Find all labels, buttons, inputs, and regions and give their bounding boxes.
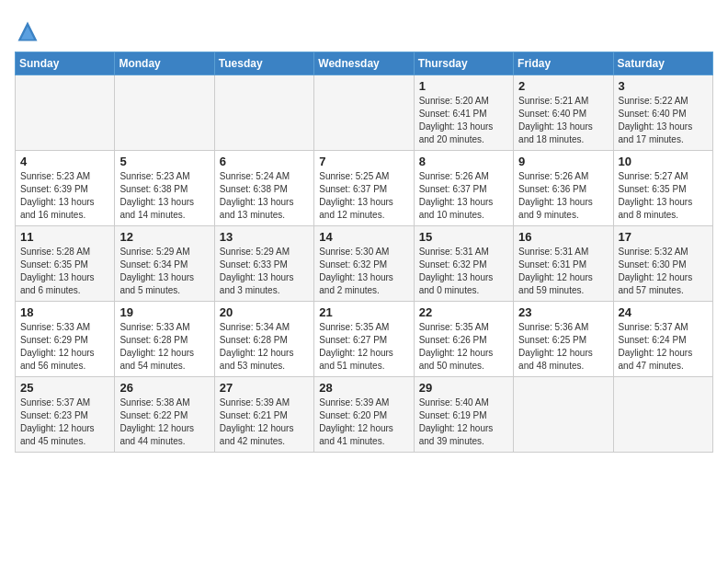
day-info: Sunrise: 5:24 AM Sunset: 6:38 PM Dayligh… <box>220 170 309 222</box>
day-info: Sunrise: 5:40 AM Sunset: 6:19 PM Dayligh… <box>419 396 508 448</box>
day-number: 2 <box>518 79 608 93</box>
calendar-cell: 23Sunrise: 5:36 AM Sunset: 6:25 PM Dayli… <box>514 302 613 377</box>
weekday-header-thursday: Thursday <box>414 52 513 75</box>
day-info: Sunrise: 5:22 AM Sunset: 6:40 PM Dayligh… <box>619 95 708 146</box>
day-info: Sunrise: 5:31 AM Sunset: 6:32 PM Dayligh… <box>419 246 508 297</box>
day-number: 16 <box>518 230 608 244</box>
day-number: 9 <box>518 155 608 168</box>
day-number: 20 <box>220 305 309 319</box>
calendar-cell: 27Sunrise: 5:39 AM Sunset: 6:21 PM Dayli… <box>214 377 313 453</box>
day-number: 27 <box>220 381 309 395</box>
calendar-cell <box>16 75 115 151</box>
day-number: 6 <box>220 155 309 168</box>
day-number: 21 <box>319 305 408 319</box>
calendar-week-row: 11Sunrise: 5:28 AM Sunset: 6:35 PM Dayli… <box>16 226 713 302</box>
day-info: Sunrise: 5:39 AM Sunset: 6:20 PM Dayligh… <box>319 396 408 448</box>
day-info: Sunrise: 5:33 AM Sunset: 6:29 PM Dayligh… <box>20 321 109 373</box>
calendar-cell: 19Sunrise: 5:33 AM Sunset: 6:28 PM Dayli… <box>115 302 214 377</box>
calendar-cell: 24Sunrise: 5:37 AM Sunset: 6:24 PM Dayli… <box>613 302 712 377</box>
day-number: 12 <box>119 230 209 244</box>
day-number: 26 <box>119 381 209 395</box>
weekday-header-saturday: Saturday <box>613 52 712 75</box>
calendar-cell: 16Sunrise: 5:31 AM Sunset: 6:31 PM Dayli… <box>514 226 613 302</box>
calendar-table: SundayMondayTuesdayWednesdayThursdayFrid… <box>15 52 713 453</box>
day-info: Sunrise: 5:27 AM Sunset: 6:35 PM Dayligh… <box>619 170 708 222</box>
day-number: 18 <box>20 305 109 319</box>
day-info: Sunrise: 5:32 AM Sunset: 6:30 PM Dayligh… <box>619 246 708 297</box>
day-info: Sunrise: 5:34 AM Sunset: 6:28 PM Dayligh… <box>220 321 309 373</box>
calendar-cell <box>115 75 214 151</box>
calendar-cell: 22Sunrise: 5:35 AM Sunset: 6:26 PM Dayli… <box>414 302 513 377</box>
weekday-header-tuesday: Tuesday <box>214 52 313 75</box>
calendar-cell: 21Sunrise: 5:35 AM Sunset: 6:27 PM Dayli… <box>314 302 414 377</box>
day-info: Sunrise: 5:21 AM Sunset: 6:40 PM Dayligh… <box>518 95 608 146</box>
day-number: 10 <box>619 155 708 168</box>
day-number: 19 <box>119 305 209 319</box>
calendar-cell: 12Sunrise: 5:29 AM Sunset: 6:34 PM Dayli… <box>115 226 214 302</box>
calendar-cell: 5Sunrise: 5:23 AM Sunset: 6:38 PM Daylig… <box>115 151 214 226</box>
day-info: Sunrise: 5:29 AM Sunset: 6:33 PM Dayligh… <box>220 246 309 297</box>
calendar-cell <box>314 75 414 151</box>
day-number: 4 <box>20 155 109 168</box>
day-info: Sunrise: 5:30 AM Sunset: 6:32 PM Dayligh… <box>319 246 408 297</box>
calendar-cell: 29Sunrise: 5:40 AM Sunset: 6:19 PM Dayli… <box>414 377 513 453</box>
day-info: Sunrise: 5:29 AM Sunset: 6:34 PM Dayligh… <box>119 246 209 297</box>
calendar-week-row: 1Sunrise: 5:20 AM Sunset: 6:41 PM Daylig… <box>16 75 713 151</box>
day-info: Sunrise: 5:20 AM Sunset: 6:41 PM Dayligh… <box>419 95 508 146</box>
day-info: Sunrise: 5:25 AM Sunset: 6:37 PM Dayligh… <box>319 170 408 222</box>
page-header <box>15 15 713 44</box>
calendar-cell: 18Sunrise: 5:33 AM Sunset: 6:29 PM Dayli… <box>16 302 115 377</box>
calendar-body: 1Sunrise: 5:20 AM Sunset: 6:41 PM Daylig… <box>16 75 713 453</box>
calendar-cell: 6Sunrise: 5:24 AM Sunset: 6:38 PM Daylig… <box>214 151 313 226</box>
day-number: 28 <box>319 381 408 395</box>
calendar-cell: 10Sunrise: 5:27 AM Sunset: 6:35 PM Dayli… <box>613 151 712 226</box>
calendar-week-row: 25Sunrise: 5:37 AM Sunset: 6:23 PM Dayli… <box>16 377 713 453</box>
weekday-header-sunday: Sunday <box>16 52 115 75</box>
weekday-header-row: SundayMondayTuesdayWednesdayThursdayFrid… <box>16 52 713 75</box>
day-info: Sunrise: 5:35 AM Sunset: 6:26 PM Dayligh… <box>419 321 508 373</box>
calendar-cell: 15Sunrise: 5:31 AM Sunset: 6:32 PM Dayli… <box>414 226 513 302</box>
calendar-cell: 1Sunrise: 5:20 AM Sunset: 6:41 PM Daylig… <box>414 75 513 151</box>
day-info: Sunrise: 5:23 AM Sunset: 6:39 PM Dayligh… <box>20 170 109 222</box>
calendar-cell: 14Sunrise: 5:30 AM Sunset: 6:32 PM Dayli… <box>314 226 414 302</box>
calendar-cell: 4Sunrise: 5:23 AM Sunset: 6:39 PM Daylig… <box>16 151 115 226</box>
calendar-cell: 3Sunrise: 5:22 AM Sunset: 6:40 PM Daylig… <box>613 75 712 151</box>
day-number: 8 <box>419 155 508 168</box>
day-number: 22 <box>419 305 508 319</box>
day-number: 3 <box>619 79 708 93</box>
day-info: Sunrise: 5:31 AM Sunset: 6:31 PM Dayligh… <box>518 246 608 297</box>
day-info: Sunrise: 5:36 AM Sunset: 6:25 PM Dayligh… <box>518 321 608 373</box>
day-info: Sunrise: 5:33 AM Sunset: 6:28 PM Dayligh… <box>119 321 209 373</box>
calendar-week-row: 18Sunrise: 5:33 AM Sunset: 6:29 PM Dayli… <box>16 302 713 377</box>
logo <box>15 18 44 44</box>
calendar-cell: 28Sunrise: 5:39 AM Sunset: 6:20 PM Dayli… <box>314 377 414 453</box>
calendar-cell <box>514 377 613 453</box>
calendar-header: SundayMondayTuesdayWednesdayThursdayFrid… <box>16 52 713 75</box>
weekday-header-monday: Monday <box>115 52 214 75</box>
calendar-cell <box>214 75 313 151</box>
day-info: Sunrise: 5:26 AM Sunset: 6:36 PM Dayligh… <box>518 170 608 222</box>
day-info: Sunrise: 5:23 AM Sunset: 6:38 PM Dayligh… <box>119 170 209 222</box>
day-info: Sunrise: 5:37 AM Sunset: 6:23 PM Dayligh… <box>20 396 109 448</box>
day-number: 24 <box>619 305 708 319</box>
calendar-cell: 17Sunrise: 5:32 AM Sunset: 6:30 PM Dayli… <box>613 226 712 302</box>
day-number: 25 <box>20 381 109 395</box>
day-info: Sunrise: 5:28 AM Sunset: 6:35 PM Dayligh… <box>20 246 109 297</box>
weekday-header-friday: Friday <box>514 52 613 75</box>
day-number: 7 <box>319 155 408 168</box>
logo-icon <box>15 18 40 44</box>
calendar-cell: 13Sunrise: 5:29 AM Sunset: 6:33 PM Dayli… <box>214 226 313 302</box>
day-number: 29 <box>419 381 508 395</box>
calendar-cell: 11Sunrise: 5:28 AM Sunset: 6:35 PM Dayli… <box>16 226 115 302</box>
day-info: Sunrise: 5:38 AM Sunset: 6:22 PM Dayligh… <box>119 396 209 448</box>
day-info: Sunrise: 5:35 AM Sunset: 6:27 PM Dayligh… <box>319 321 408 373</box>
day-number: 14 <box>319 230 408 244</box>
calendar-cell: 8Sunrise: 5:26 AM Sunset: 6:37 PM Daylig… <box>414 151 513 226</box>
day-number: 11 <box>20 230 109 244</box>
calendar-cell <box>613 377 712 453</box>
day-info: Sunrise: 5:26 AM Sunset: 6:37 PM Dayligh… <box>419 170 508 222</box>
calendar-cell: 25Sunrise: 5:37 AM Sunset: 6:23 PM Dayli… <box>16 377 115 453</box>
calendar-cell: 9Sunrise: 5:26 AM Sunset: 6:36 PM Daylig… <box>514 151 613 226</box>
day-number: 1 <box>419 79 508 93</box>
calendar-cell: 20Sunrise: 5:34 AM Sunset: 6:28 PM Dayli… <box>214 302 313 377</box>
